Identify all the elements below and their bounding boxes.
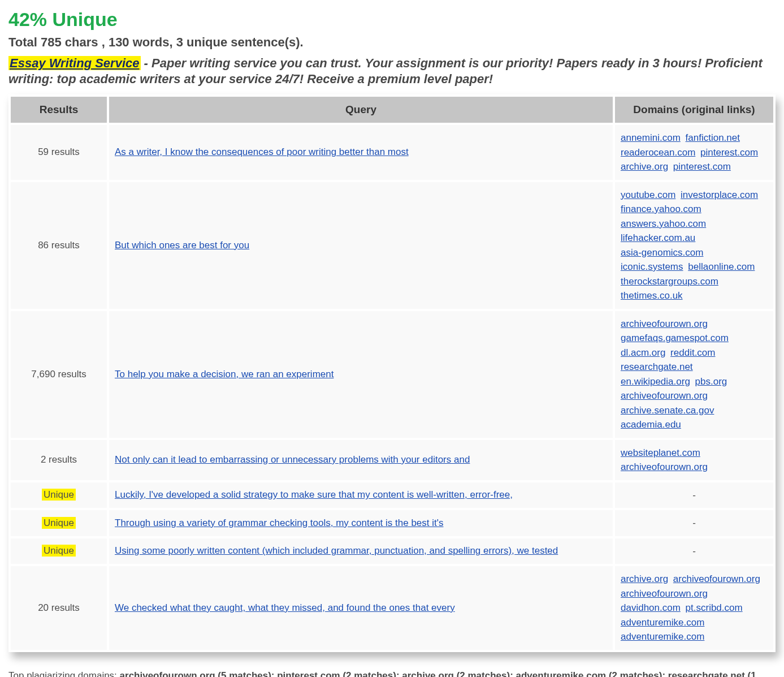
domain-link[interactable]: archive.org — [621, 161, 668, 172]
results-cell: Unique — [11, 482, 107, 508]
domain-link[interactable]: annemini.com — [621, 132, 681, 143]
domain-link[interactable]: archiveofourown.org — [621, 588, 708, 599]
col-header-results: Results — [11, 97, 107, 123]
domain-link[interactable]: thetimes.co.uk — [621, 290, 683, 301]
query-cell: Through using a variety of grammar check… — [109, 510, 613, 536]
query-link[interactable]: Using some poorly written content (which… — [115, 545, 558, 556]
domain-link[interactable]: answers.yahoo.com — [621, 218, 706, 229]
domain-link[interactable]: finance.yahoo.com — [621, 204, 701, 214]
results-cell: Unique — [11, 538, 107, 564]
unique-tag: Unique — [42, 545, 76, 557]
table-row: 2 resultsNot only can it lead to embarra… — [11, 440, 773, 480]
results-table: Results Query Domains (original links) 5… — [8, 94, 776, 652]
col-header-query: Query — [109, 97, 613, 123]
domains-cell: archive.org archiveofourown.org archiveo… — [615, 566, 773, 650]
domain-link[interactable]: investorplace.com — [681, 189, 758, 200]
domains-cell: - — [615, 482, 773, 508]
domain-link[interactable]: pbs.org — [695, 376, 727, 387]
query-cell: Not only can it lead to embarrassing or … — [109, 440, 613, 480]
col-header-domains: Domains (original links) — [615, 97, 773, 123]
domain-link[interactable]: iconic.systems — [621, 261, 683, 272]
query-cell: As a writer, I know the consequences of … — [109, 125, 613, 180]
domains-cell: - — [615, 510, 773, 536]
sponsor-link[interactable]: Essay Writing Service — [8, 56, 141, 70]
results-cell: 86 results — [11, 182, 107, 309]
domain-link[interactable]: academia.edu — [621, 419, 681, 430]
results-cell: 2 results — [11, 440, 107, 480]
top-domains-label: Top plagiarizing domains: — [8, 670, 120, 678]
domain-link[interactable]: asia-genomics.com — [621, 247, 703, 258]
stats-summary: Total 785 chars , 130 words, 3 unique se… — [8, 35, 776, 50]
domain-link[interactable]: reddit.com — [670, 347, 715, 358]
table-row: 59 resultsAs a writer, I know the conseq… — [11, 125, 773, 180]
domain-link[interactable]: archiveofourown.org — [621, 462, 708, 472]
domain-link[interactable]: adventuremike.com — [621, 617, 704, 628]
query-link[interactable]: But which ones are best for you — [115, 240, 249, 251]
domain-link[interactable]: pinterest.com — [673, 161, 731, 172]
uniqueness-percentage: 42% Unique — [8, 8, 776, 31]
domains-cell: annemini.com fanfiction.net readerocean.… — [615, 125, 773, 180]
table-row: 86 resultsBut which ones are best for yo… — [11, 182, 773, 309]
domain-link[interactable]: adventuremike.com — [621, 631, 704, 642]
results-cell: Unique — [11, 510, 107, 536]
domain-link[interactable]: dl.acm.org — [621, 347, 665, 358]
query-link[interactable]: To help you make a decision, we ran an e… — [115, 369, 333, 380]
domain-link[interactable]: researchgate.net — [621, 361, 693, 372]
unique-tag: Unique — [42, 517, 76, 529]
domain-link[interactable]: websiteplanet.com — [621, 447, 700, 458]
query-link[interactable]: We checked what they caught, what they m… — [115, 602, 455, 613]
table-row: UniqueLuckily, I've developed a solid st… — [11, 482, 773, 508]
table-row: 20 resultsWe checked what they caught, w… — [11, 566, 773, 650]
query-link[interactable]: Through using a variety of grammar check… — [115, 518, 444, 528]
query-cell: To help you make a decision, we ran an e… — [109, 311, 613, 438]
domain-link[interactable]: pt.scribd.com — [686, 602, 743, 613]
domain-link[interactable]: archiveofourown.org — [673, 573, 760, 584]
results-cell: 20 results — [11, 566, 107, 650]
domain-link[interactable]: archive.org — [621, 573, 668, 584]
results-cell: 7,690 results — [11, 311, 107, 438]
domain-link[interactable]: fanfiction.net — [686, 132, 740, 143]
query-link[interactable]: Luckily, I've developed a solid strategy… — [115, 489, 513, 500]
domain-link[interactable]: pinterest.com — [700, 147, 758, 158]
domain-link[interactable]: archive.senate.ca.gov — [621, 405, 714, 416]
table-row: 7,690 resultsTo help you make a decision… — [11, 311, 773, 438]
domain-link[interactable]: youtube.com — [621, 189, 675, 200]
table-row: UniqueThrough using a variety of grammar… — [11, 510, 773, 536]
query-cell: Luckily, I've developed a solid strategy… — [109, 482, 613, 508]
unique-tag: Unique — [42, 489, 76, 501]
domain-link[interactable]: en.wikipedia.org — [621, 376, 690, 387]
domain-link[interactable]: archiveofourown.org — [621, 318, 708, 329]
query-cell: But which ones are best for you — [109, 182, 613, 309]
results-cell: 59 results — [11, 125, 107, 180]
domain-link[interactable]: lifehacker.com.au — [621, 232, 695, 243]
domains-cell: - — [615, 538, 773, 564]
sponsor-line: Essay Writing Service - Paper writing se… — [8, 55, 776, 87]
query-link[interactable]: Not only can it lead to embarrassing or … — [115, 454, 470, 465]
query-cell: Using some poorly written content (which… — [109, 538, 613, 564]
domain-link[interactable]: davidhon.com — [621, 602, 681, 613]
domains-cell: websiteplanet.com archiveofourown.org — [615, 440, 773, 480]
domain-link[interactable]: bellaonline.com — [688, 261, 755, 272]
domains-cell: youtube.com investorplace.com finance.ya… — [615, 182, 773, 309]
query-link[interactable]: As a writer, I know the consequences of … — [115, 146, 409, 157]
domains-cell: archiveofourown.org gamefaqs.gamespot.co… — [615, 311, 773, 438]
domain-link[interactable]: gamefaqs.gamespot.com — [621, 333, 729, 343]
domain-link[interactable]: readerocean.com — [621, 147, 695, 158]
query-cell: We checked what they caught, what they m… — [109, 566, 613, 650]
table-row: UniqueUsing some poorly written content … — [11, 538, 773, 564]
top-domains-list: archiveofourown.org (5 matches); pintere… — [8, 670, 775, 678]
domain-link[interactable]: therockstargroups.com — [621, 276, 718, 287]
top-plagiarizing-domains: Top plagiarizing domains: archiveofourow… — [8, 669, 776, 678]
domain-link[interactable]: archiveofourown.org — [621, 390, 708, 401]
